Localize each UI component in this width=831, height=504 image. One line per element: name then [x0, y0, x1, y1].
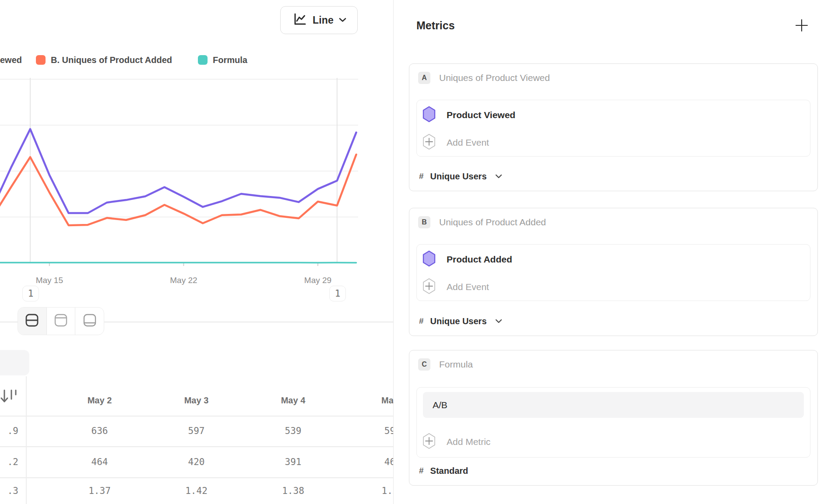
- panel-title: Metrics: [416, 19, 455, 32]
- chart-layout-icon: [53, 312, 69, 330]
- event-group: Product Viewed Add Event: [416, 100, 810, 157]
- svg-text:May 15: May 15: [36, 276, 63, 285]
- metric-title: Uniques of Product Added: [439, 217, 546, 228]
- table-header-row: May 2 May 3 May 4 May: [0, 376, 393, 416]
- value-cell: 1.42: [148, 477, 245, 504]
- legend-swatch-teal: [198, 55, 208, 65]
- event-name: Product Added: [447, 254, 512, 265]
- truncated-cell: .9: [0, 416, 18, 446]
- annotation-badge[interactable]: 1: [22, 286, 39, 301]
- metric-card-header: B Uniques of Product Added: [418, 216, 546, 228]
- value-cell: 46: [342, 446, 393, 477]
- column-header[interactable]: May: [342, 376, 393, 416]
- add-metric-plus-icon[interactable]: [795, 18, 809, 32]
- chevron-down-icon: [339, 16, 346, 24]
- sort-descending-icon[interactable]: [0, 389, 20, 407]
- line-chart[interactable]: May 15May 22May 29: [0, 0, 358, 289]
- metric-badge: C: [418, 358, 430, 371]
- layout-toggle-group: [18, 307, 104, 335]
- value-cell: 59: [342, 416, 393, 446]
- measure-selector[interactable]: # Standard: [419, 463, 468, 478]
- value-cell: 636: [51, 416, 148, 446]
- value-cell: 420: [148, 446, 245, 477]
- hash-icon: #: [419, 316, 424, 326]
- value-cell: 597: [148, 416, 245, 446]
- measure-label: Standard: [430, 466, 468, 476]
- metric-card-c[interactable]: C Formula A/B Add Metric # Standard: [409, 350, 818, 486]
- add-event-label: Add Event: [447, 137, 489, 148]
- add-metric-row[interactable]: Add Metric: [422, 433, 805, 451]
- results-table: May 2 May 3 May 4 May .9 636 597 539 59 …: [0, 376, 393, 504]
- metric-title: Formula: [439, 359, 473, 370]
- layout-table-button[interactable]: [75, 308, 104, 335]
- legend-label: Formula: [213, 55, 247, 65]
- chart-type-button[interactable]: Line: [280, 6, 358, 34]
- add-event-row[interactable]: Add Event: [422, 134, 805, 151]
- layout-chart-button[interactable]: [46, 308, 75, 335]
- legend-item-b[interactable]: B. Uniques of Product Added: [36, 54, 172, 66]
- measure-selector[interactable]: # Unique Users: [419, 169, 502, 184]
- split-layout-icon: [24, 312, 40, 330]
- chevron-down-icon: [495, 172, 502, 180]
- annotation-count: 1: [28, 288, 34, 299]
- event-name: Product Viewed: [447, 110, 515, 120]
- measure-selector[interactable]: # Unique Users: [419, 314, 502, 329]
- legend-item-formula[interactable]: Formula: [198, 54, 247, 66]
- event-row[interactable]: Product Viewed: [422, 106, 805, 124]
- layout-split-button[interactable]: [18, 308, 46, 335]
- event-row[interactable]: Product Added: [422, 251, 805, 268]
- event-hexagon-icon: [422, 106, 436, 124]
- table-row[interactable]: .3 1.37 1.42 1.38 1.2: [0, 477, 393, 504]
- column-header[interactable]: May 3: [148, 376, 245, 416]
- hash-icon: #: [419, 172, 424, 181]
- metric-card-b[interactable]: B Uniques of Product Added Product Added: [409, 208, 818, 336]
- table-row[interactable]: .2 464 420 391 46: [0, 446, 393, 477]
- column-header[interactable]: May 2: [51, 376, 148, 416]
- formula-group: A/B Add Metric: [416, 387, 810, 458]
- add-metric-label: Add Metric: [447, 437, 490, 447]
- event-group: Product Added Add Event: [416, 244, 810, 301]
- line-chart-icon: [292, 11, 307, 29]
- table-layout-icon: [82, 312, 98, 330]
- formula-input[interactable]: A/B: [423, 392, 804, 418]
- svg-text:May 22: May 22: [170, 276, 197, 285]
- metrics-panel: Metrics A Uniques of Product Viewed Prod…: [393, 0, 831, 504]
- metric-badge: A: [418, 72, 430, 84]
- value-cell: 1.38: [245, 477, 342, 504]
- formula-value: A/B: [433, 400, 447, 410]
- metric-card-header: C Formula: [418, 358, 473, 371]
- value-cell: 464: [51, 446, 148, 477]
- column-header[interactable]: May 4: [245, 376, 342, 416]
- value-cell: 391: [245, 446, 342, 477]
- metric-card-a[interactable]: A Uniques of Product Viewed Product View…: [409, 63, 818, 191]
- svg-text:May 29: May 29: [304, 276, 331, 285]
- measure-label: Unique Users: [430, 172, 487, 182]
- value-cell: 1.37: [51, 477, 148, 504]
- report-pane: Line ewed B. Uniques of Product Added Fo…: [0, 0, 393, 504]
- value-cell: 1.2: [342, 477, 393, 504]
- legend-label: ewed: [0, 55, 22, 65]
- measure-label: Unique Users: [430, 316, 487, 326]
- legend-item-truncated[interactable]: ewed: [0, 54, 22, 66]
- add-event-hexagon-icon: [422, 133, 436, 152]
- legend-swatch-orange: [36, 55, 46, 65]
- add-metric-hexagon-icon: [422, 433, 436, 451]
- table-row[interactable]: .9 636 597 539 59: [0, 416, 393, 446]
- add-event-hexagon-icon: [422, 278, 436, 296]
- event-hexagon-icon: [422, 250, 436, 269]
- annotation-badge[interactable]: 1: [329, 286, 346, 301]
- add-event-row[interactable]: Add Event: [422, 278, 805, 296]
- add-event-label: Add Event: [447, 282, 489, 292]
- value-cell: 539: [245, 416, 342, 446]
- truncated-cell: .2: [0, 446, 18, 477]
- metric-badge: B: [418, 216, 430, 228]
- hash-icon: #: [419, 466, 424, 476]
- metric-card-header: A Uniques of Product Viewed: [418, 72, 550, 84]
- metric-title: Uniques of Product Viewed: [439, 73, 550, 83]
- column-divider: [26, 376, 27, 504]
- breakdown-chip[interactable]: [0, 350, 29, 375]
- truncated-cell: .3: [0, 477, 18, 504]
- chevron-down-icon: [495, 317, 502, 325]
- annotation-count: 1: [335, 288, 341, 299]
- chart-type-label: Line: [313, 14, 334, 26]
